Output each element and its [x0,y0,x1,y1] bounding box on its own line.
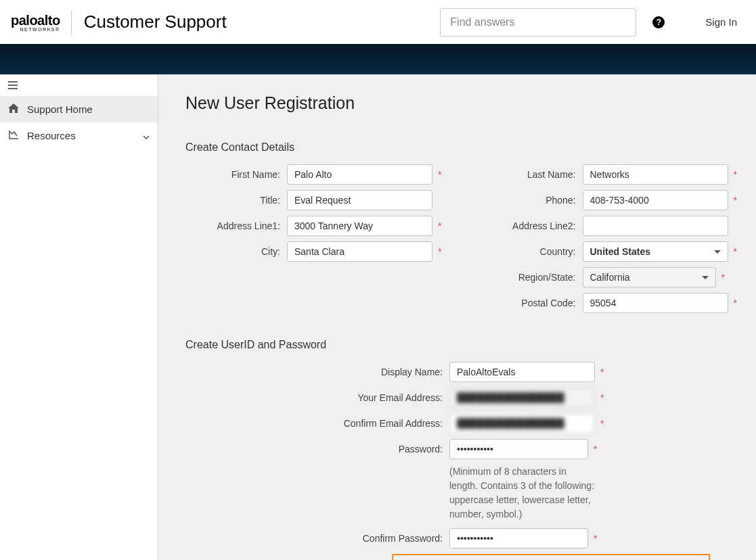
password-label: Password: [185,444,443,454]
postal-field[interactable] [583,293,728,313]
country-value: United States [590,246,650,257]
city-field[interactable] [287,241,432,262]
chevron-down-icon [714,250,721,254]
hero-banner [0,44,756,74]
required-marker: * [734,169,737,180]
required-marker: * [594,444,597,454]
userid-form: Display Name: * Your Email Address: * Co… [185,362,756,560]
display-name-label: Display Name: [185,367,443,377]
section-userid-title: Create UserID and Password [185,339,756,351]
addr1-label: Address Line1: [185,220,280,231]
required-marker: * [734,195,737,206]
signin-link[interactable]: Sign In [705,16,737,28]
region-label: Region/State: [481,272,576,283]
eval-highlight-box: Device Serial Number or Auth Code: * Eva… [392,554,710,560]
hamburger-icon[interactable] [0,74,158,96]
sidebar-item-support-home[interactable]: Support Home [0,96,158,122]
required-marker: * [594,533,597,544]
region-select[interactable]: California [583,267,716,287]
first-name-label: First Name: [185,169,280,180]
phone-label: Phone: [481,195,576,206]
addr2-field[interactable] [583,216,728,236]
first-name-field[interactable] [287,164,432,185]
confirm-password-label: Confirm Password: [185,533,443,544]
phone-field[interactable] [583,190,728,210]
brand-logo-subtext: NETWORKS® [20,27,60,32]
header-divider [71,10,72,34]
required-marker: * [600,367,604,377]
password-hint: (Minimum of 8 characters in length. Cont… [449,465,595,521]
brand-logo: paloalto NETWORKS® [11,13,60,32]
sidebar-item-resources[interactable]: Resources [0,122,158,149]
email-field[interactable] [449,388,595,408]
required-marker: * [734,298,737,308]
header: paloalto NETWORKS® Customer Support ? Si… [0,0,756,44]
section-contact-title: Create Contact Details [185,141,756,154]
password-field[interactable] [449,439,588,459]
main-content: New User Registration Create Contact Det… [158,74,756,560]
confirm-password-field[interactable] [449,528,588,549]
sidebar: Support Home Resources [0,74,158,560]
title-label: Title: [185,195,280,206]
last-name-label: Last Name: [481,169,576,180]
chart-icon [8,130,20,141]
title-field[interactable] [287,190,432,210]
city-label: City: [185,246,280,257]
page-title: New User Registration [185,93,756,113]
display-name-field[interactable] [449,362,595,382]
last-name-field[interactable] [583,164,728,185]
region-value: California [590,272,630,283]
required-marker: * [438,169,441,180]
sidebar-item-label: Resources [27,130,76,141]
confirm-email-label: Confirm Email Address: [185,418,443,429]
email-label: Your Email Address: [185,392,443,403]
page-header-title: Customer Support [84,11,441,32]
chevron-down-icon [143,130,150,141]
help-icon[interactable]: ? [652,16,665,28]
search-input[interactable] [440,8,636,37]
postal-label: Postal Code: [481,298,576,308]
brand-logo-text: paloalto [11,13,60,28]
country-label: Country: [481,246,576,257]
required-marker: * [721,272,725,283]
country-select[interactable]: United States [583,241,728,262]
required-marker: * [734,246,737,257]
confirm-email-field[interactable] [449,413,595,434]
contact-form: First Name: * Title: * Address Line1: * … [185,164,756,319]
addr2-label: Address Line2: [481,220,576,231]
required-marker: * [438,246,441,257]
required-marker: * [600,418,604,429]
sidebar-item-label: Support Home [27,103,93,115]
chevron-down-icon [702,276,709,279]
required-marker: * [438,220,441,231]
addr1-field[interactable] [287,216,432,236]
required-marker: * [600,392,604,403]
home-icon [8,103,20,115]
